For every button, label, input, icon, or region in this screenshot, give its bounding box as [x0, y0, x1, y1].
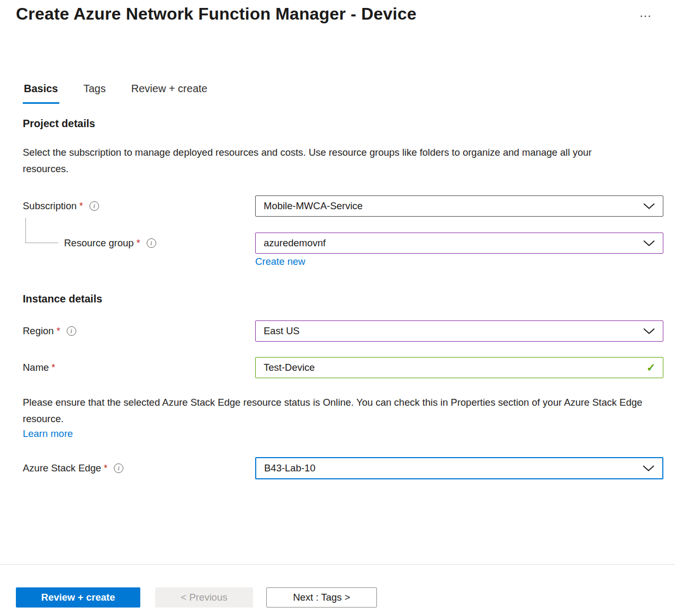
resource-group-dropdown[interactable]: azuredemovnf [255, 233, 663, 254]
info-icon[interactable]: i [89, 201, 99, 211]
region-value: East US [264, 325, 300, 337]
next-tags-button[interactable]: Next : Tags > [266, 587, 377, 608]
resource-group-label: Resource group* i [23, 237, 255, 249]
tab-review-create[interactable]: Review + create [130, 79, 209, 104]
azure-stack-edge-note: Please ensure that the selected Azure St… [23, 394, 647, 427]
subscription-row: Subscription* i Mobile-MWCA-Service [23, 195, 663, 217]
resource-group-row: Resource group* i azuredemovnf [23, 232, 663, 254]
tab-basics[interactable]: Basics [23, 79, 59, 104]
region-dropdown[interactable]: East US [255, 320, 663, 342]
required-marker: * [57, 326, 60, 337]
more-options-icon[interactable]: … [633, 5, 659, 23]
create-new-link[interactable]: Create new [255, 256, 305, 267]
name-input[interactable] [264, 358, 641, 377]
name-row: Name* ✓ [23, 356, 663, 379]
instance-details-heading: Instance details [23, 293, 102, 305]
previous-button[interactable]: < Previous [155, 587, 253, 608]
resource-group-value: azuredemovnf [264, 237, 326, 249]
required-marker: * [79, 201, 83, 212]
chevron-down-icon [643, 240, 655, 246]
name-label: Name* [23, 362, 255, 373]
info-icon[interactable]: i [147, 238, 156, 248]
name-field-wrapper: ✓ [255, 357, 663, 378]
chevron-down-icon [643, 203, 655, 209]
create-device-page: Create Azure Network Function Manager - … [0, 0, 675, 616]
info-icon[interactable]: i [114, 463, 123, 473]
required-marker: * [104, 463, 107, 474]
review-create-button[interactable]: Review + create [16, 587, 140, 608]
valid-check-icon: ✓ [646, 361, 655, 374]
azure-stack-edge-row: Azure Stack Edge* i B43-Lab-10 [23, 457, 663, 480]
required-marker: * [51, 362, 55, 373]
subscription-label: Subscription* i [23, 200, 255, 212]
azure-stack-edge-label: Azure Stack Edge* i [23, 462, 255, 474]
azure-stack-edge-dropdown[interactable]: B43-Lab-10 [255, 457, 663, 479]
required-marker: * [137, 238, 140, 249]
chevron-down-icon [642, 465, 655, 471]
page-title: Create Azure Network Function Manager - … [16, 4, 598, 24]
region-row: Region* i East US [23, 320, 663, 342]
footer-divider [0, 564, 675, 565]
region-label: Region* i [23, 325, 255, 337]
project-details-heading: Project details [23, 118, 95, 130]
subscription-value: Mobile-MWCA-Service [264, 200, 363, 212]
project-details-description: Select the subscription to manage deploy… [23, 144, 634, 177]
azure-stack-edge-value: B43-Lab-10 [264, 462, 316, 474]
subscription-dropdown[interactable]: Mobile-MWCA-Service [255, 195, 663, 217]
tab-tags[interactable]: Tags [83, 79, 107, 104]
learn-more-link[interactable]: Learn more [23, 428, 73, 440]
chevron-down-icon [643, 328, 655, 334]
info-icon[interactable]: i [67, 326, 76, 336]
wizard-tabs: Basics Tags Review + create [23, 79, 209, 104]
